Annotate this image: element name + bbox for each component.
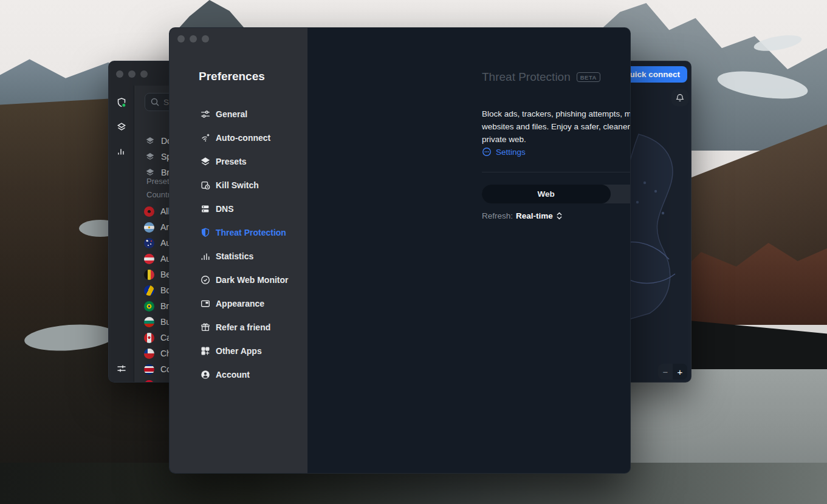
list-item-country[interactable]: Ca	[144, 330, 171, 346]
flag-albania-icon	[144, 206, 154, 217]
menu-label: Dark Web Monitor	[216, 275, 289, 285]
map-zoom-control: − +	[658, 364, 687, 380]
zoom-out-button[interactable]: −	[658, 364, 673, 380]
threat-protection-panel: Threat Protection BETA Block ads, tracke…	[307, 28, 631, 474]
menu-item-threat-protection[interactable]: Threat Protection	[170, 220, 307, 244]
list-item-country[interactable]: Co	[144, 361, 171, 377]
sliders-icon	[200, 109, 211, 120]
list-item-country[interactable]: Ch	[144, 346, 171, 361]
page-title: Threat Protection	[482, 70, 571, 84]
list-item-preset[interactable]: Do	[145, 133, 172, 149]
list-item-preset[interactable]: Br	[145, 165, 170, 180]
dns-icon	[200, 203, 211, 214]
bell-icon	[675, 93, 685, 103]
refresh-dropdown[interactable]: Refresh: Real-time	[482, 211, 563, 220]
menu-label: Account	[216, 370, 250, 380]
appearance-icon	[200, 298, 211, 309]
window-minimize-button[interactable]	[190, 35, 197, 43]
threat-protection-shield-icon	[200, 227, 211, 238]
description-text: Block ads, trackers, phishing attempts, …	[482, 107, 631, 146]
refresh-value: Real-time	[516, 211, 553, 220]
menu-item-kill-switch[interactable]: Kill Switch	[170, 173, 307, 197]
menu-label: Other Apps	[216, 346, 262, 356]
kill-switch-icon	[200, 180, 211, 191]
beta-badge: BETA	[577, 72, 600, 82]
list-item-country[interactable]: Be	[144, 267, 171, 282]
menu-item-dark-web-monitor[interactable]: Dark Web Monitor	[170, 268, 307, 291]
flag-croatia-icon	[144, 380, 154, 383]
country-label: Br	[160, 301, 169, 311]
preferences-title: Preferences	[199, 70, 265, 83]
tab-files[interactable]: Files	[611, 185, 631, 203]
flag-belgium-icon	[144, 270, 154, 280]
flag-brazil-icon	[144, 301, 154, 312]
menu-label: Presets	[216, 157, 247, 166]
window-close-button[interactable]	[177, 35, 185, 43]
gift-icon	[200, 322, 211, 333]
menu-item-appearance[interactable]: Appearance	[170, 291, 307, 315]
flag-canada-icon	[144, 333, 154, 343]
list-item-preset[interactable]: Sp	[145, 149, 171, 165]
preset-layers-icon	[145, 136, 155, 146]
notifications-button[interactable]	[671, 89, 688, 106]
menu-label: Appearance	[216, 299, 264, 308]
statistics-rail-icon[interactable]	[116, 146, 127, 157]
divider	[482, 172, 631, 172]
list-item-country[interactable]: Au	[144, 251, 171, 267]
menu-item-statistics[interactable]: Statistics	[170, 244, 307, 268]
preferences-menu: General Auto-connect Presets Kill Switch…	[170, 102, 307, 386]
presets-rail-icon[interactable]	[116, 121, 127, 132]
list-item-country[interactable]: Ar	[144, 219, 169, 235]
menu-label: Refer a friend	[216, 322, 270, 332]
circle-ellipsis-icon	[482, 147, 492, 157]
window-minimize-button[interactable]	[128, 70, 136, 78]
menu-label: Auto-connect	[216, 133, 270, 143]
menu-label: DNS	[216, 204, 234, 214]
account-icon	[200, 369, 211, 380]
search-icon	[150, 97, 160, 107]
menu-label: Kill Switch	[216, 180, 259, 190]
refresh-label: Refresh:	[482, 211, 513, 220]
country-label: Ar	[160, 222, 169, 232]
chevron-up-down-icon	[556, 211, 563, 220]
web-files-tabs: Web Files	[482, 185, 631, 203]
flag-australia-icon	[144, 238, 154, 248]
settings-sliders-icon[interactable]	[116, 363, 127, 374]
menu-item-general[interactable]: General	[170, 102, 307, 126]
menu-item-refer-a-friend[interactable]: Refer a friend	[170, 315, 307, 339]
preset-label: Br	[161, 168, 170, 177]
flag-bulgaria-icon	[144, 317, 154, 327]
window-zoom-button[interactable]	[140, 70, 148, 78]
settings-link-label: Settings	[496, 148, 526, 157]
menu-label: Threat Protection	[216, 228, 286, 237]
zoom-in-button[interactable]: +	[673, 364, 687, 380]
flag-bosnia-icon	[144, 285, 154, 296]
list-item-country[interactable]: Br	[144, 298, 169, 314]
list-item-country[interactable]: Au	[144, 235, 171, 251]
vpn-shield-icon[interactable]	[116, 97, 127, 108]
dark-web-monitor-icon	[200, 274, 211, 285]
preset-layers-icon	[145, 168, 155, 177]
preferences-window: Preferences General Auto-connect Presets…	[169, 27, 631, 474]
window-close-button[interactable]	[116, 70, 123, 78]
flag-argentina-icon	[144, 222, 154, 233]
tab-web[interactable]: Web	[482, 185, 611, 203]
list-item-country[interactable]: Bu	[144, 314, 171, 330]
auto-connect-icon	[200, 132, 211, 143]
menu-label: General	[216, 109, 247, 119]
menu-item-other-apps[interactable]: Other Apps	[170, 339, 307, 363]
list-item-country[interactable]: Bo	[144, 282, 171, 298]
menu-item-account[interactable]: Account	[170, 363, 307, 386]
flag-chile-icon	[144, 349, 154, 359]
flag-costa-rica-icon	[144, 364, 154, 375]
layers-icon	[200, 156, 211, 167]
statistics-icon	[200, 251, 211, 262]
menu-item-presets[interactable]: Presets	[170, 149, 307, 173]
other-apps-icon	[200, 346, 211, 356]
window-zoom-button[interactable]	[202, 35, 209, 43]
menu-item-auto-connect[interactable]: Auto-connect	[170, 126, 307, 149]
settings-link[interactable]: Settings	[482, 147, 526, 157]
menu-label: Statistics	[216, 251, 253, 261]
list-item-country[interactable]	[144, 377, 160, 383]
menu-item-dns[interactable]: DNS	[170, 197, 307, 220]
